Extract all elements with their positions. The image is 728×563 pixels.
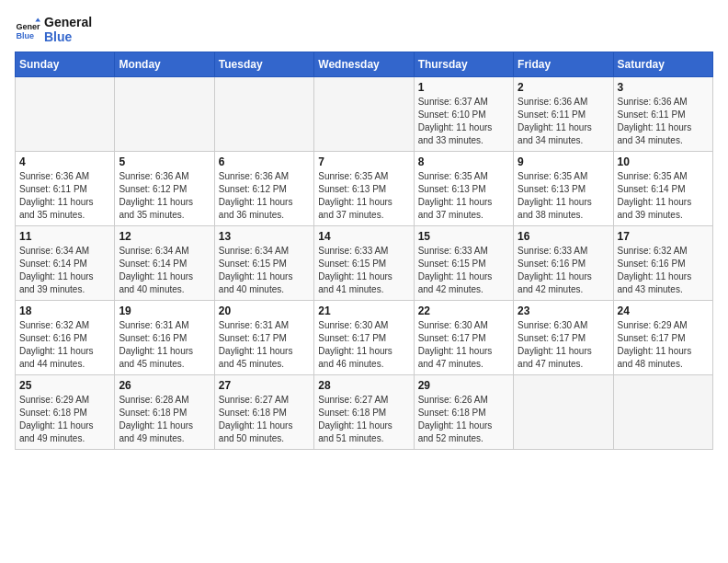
calendar-cell: 10Sunrise: 6:35 AM Sunset: 6:14 PM Dayli… [613, 152, 712, 226]
calendar-week: 18Sunrise: 6:32 AM Sunset: 6:16 PM Dayli… [16, 301, 713, 375]
calendar-cell: 6Sunrise: 6:36 AM Sunset: 6:12 PM Daylig… [214, 152, 313, 226]
day-number: 6 [219, 155, 310, 168]
day-info: Sunrise: 6:37 AM Sunset: 6:10 PM Dayligh… [418, 96, 509, 147]
calendar-cell: 17Sunrise: 6:32 AM Sunset: 6:16 PM Dayli… [613, 226, 712, 301]
day-info: Sunrise: 6:34 AM Sunset: 6:15 PM Dayligh… [219, 245, 310, 296]
day-number: 27 [219, 379, 310, 392]
calendar-cell: 21Sunrise: 6:30 AM Sunset: 6:17 PM Dayli… [314, 301, 414, 375]
weekday-header: Thursday [414, 52, 513, 77]
calendar-cell: 24Sunrise: 6:29 AM Sunset: 6:17 PM Dayli… [613, 301, 712, 375]
day-info: Sunrise: 6:36 AM Sunset: 6:11 PM Dayligh… [19, 170, 110, 222]
day-number: 12 [119, 230, 210, 243]
day-info: Sunrise: 6:30 AM Sunset: 6:17 PM Dayligh… [418, 319, 509, 371]
day-number: 2 [518, 81, 609, 94]
calendar-cell: 26Sunrise: 6:28 AM Sunset: 6:18 PM Dayli… [115, 375, 214, 450]
calendar-cell [314, 77, 414, 152]
calendar-cell: 1Sunrise: 6:37 AM Sunset: 6:10 PM Daylig… [414, 77, 513, 152]
calendar-week: 25Sunrise: 6:29 AM Sunset: 6:18 PM Dayli… [16, 375, 713, 450]
calendar-cell [16, 77, 115, 152]
day-info: Sunrise: 6:35 AM Sunset: 6:13 PM Dayligh… [518, 170, 609, 222]
calendar-cell: 15Sunrise: 6:33 AM Sunset: 6:15 PM Dayli… [414, 226, 513, 301]
day-info: Sunrise: 6:35 AM Sunset: 6:14 PM Dayligh… [618, 170, 709, 222]
calendar-cell: 9Sunrise: 6:35 AM Sunset: 6:13 PM Daylig… [514, 152, 613, 226]
weekday-header: Sunday [16, 52, 115, 77]
day-number: 29 [418, 379, 509, 392]
day-info: Sunrise: 6:32 AM Sunset: 6:16 PM Dayligh… [19, 319, 110, 371]
day-number: 18 [19, 304, 110, 317]
day-number: 4 [19, 155, 110, 168]
day-info: Sunrise: 6:27 AM Sunset: 6:18 PM Dayligh… [219, 394, 310, 445]
calendar-cell: 14Sunrise: 6:33 AM Sunset: 6:15 PM Dayli… [314, 226, 414, 301]
calendar-cell: 25Sunrise: 6:29 AM Sunset: 6:18 PM Dayli… [16, 375, 115, 450]
calendar-cell [115, 77, 214, 152]
calendar-cell: 2Sunrise: 6:36 AM Sunset: 6:11 PM Daylig… [514, 77, 613, 152]
calendar-cell: 20Sunrise: 6:31 AM Sunset: 6:17 PM Dayli… [214, 301, 313, 375]
day-info: Sunrise: 6:33 AM Sunset: 6:16 PM Dayligh… [518, 245, 609, 296]
day-number: 16 [518, 230, 609, 243]
day-info: Sunrise: 6:35 AM Sunset: 6:13 PM Dayligh… [318, 170, 409, 222]
calendar-cell: 4Sunrise: 6:36 AM Sunset: 6:11 PM Daylig… [16, 152, 115, 226]
weekday-header: Monday [115, 52, 214, 77]
calendar-cell: 8Sunrise: 6:35 AM Sunset: 6:13 PM Daylig… [414, 152, 513, 226]
calendar-week: 11Sunrise: 6:34 AM Sunset: 6:14 PM Dayli… [16, 226, 713, 301]
svg-marker-2 [35, 17, 40, 21]
calendar-cell: 23Sunrise: 6:30 AM Sunset: 6:17 PM Dayli… [514, 301, 613, 375]
calendar-cell: 16Sunrise: 6:33 AM Sunset: 6:16 PM Dayli… [514, 226, 613, 301]
calendar-week: 1Sunrise: 6:37 AM Sunset: 6:10 PM Daylig… [16, 77, 713, 152]
day-number: 7 [318, 155, 409, 168]
calendar-cell: 13Sunrise: 6:34 AM Sunset: 6:15 PM Dayli… [214, 226, 313, 301]
day-info: Sunrise: 6:34 AM Sunset: 6:14 PM Dayligh… [19, 245, 110, 296]
day-number: 19 [119, 304, 210, 317]
day-number: 28 [318, 379, 409, 392]
weekday-header: Saturday [613, 52, 712, 77]
day-number: 23 [518, 304, 609, 317]
calendar-header: SundayMondayTuesdayWednesdayThursdayFrid… [16, 52, 713, 77]
day-info: Sunrise: 6:30 AM Sunset: 6:17 PM Dayligh… [318, 319, 409, 371]
svg-text:General: General [16, 22, 40, 31]
logo: General Blue General Blue [15, 15, 92, 44]
day-number: 1 [418, 81, 509, 94]
calendar-cell: 5Sunrise: 6:36 AM Sunset: 6:12 PM Daylig… [115, 152, 214, 226]
day-info: Sunrise: 6:34 AM Sunset: 6:14 PM Dayligh… [119, 245, 210, 296]
day-number: 13 [219, 230, 310, 243]
day-info: Sunrise: 6:33 AM Sunset: 6:15 PM Dayligh… [418, 245, 509, 296]
calendar-cell: 12Sunrise: 6:34 AM Sunset: 6:14 PM Dayli… [115, 226, 214, 301]
calendar-cell: 18Sunrise: 6:32 AM Sunset: 6:16 PM Dayli… [16, 301, 115, 375]
calendar-table: SundayMondayTuesdayWednesdayThursdayFrid… [15, 52, 713, 450]
svg-text:Blue: Blue [16, 31, 34, 40]
calendar-cell [214, 77, 313, 152]
logo-line1: General [44, 15, 92, 29]
calendar-cell: 19Sunrise: 6:31 AM Sunset: 6:16 PM Dayli… [115, 301, 214, 375]
calendar-cell [613, 375, 712, 450]
day-number: 22 [418, 304, 509, 317]
day-number: 10 [618, 155, 709, 168]
weekday-header: Wednesday [314, 52, 414, 77]
calendar-cell: 27Sunrise: 6:27 AM Sunset: 6:18 PM Dayli… [214, 375, 313, 450]
weekday-header: Tuesday [214, 52, 313, 77]
calendar-cell: 7Sunrise: 6:35 AM Sunset: 6:13 PM Daylig… [314, 152, 414, 226]
day-number: 14 [318, 230, 409, 243]
day-info: Sunrise: 6:36 AM Sunset: 6:12 PM Dayligh… [219, 170, 310, 222]
calendar-cell: 22Sunrise: 6:30 AM Sunset: 6:17 PM Dayli… [414, 301, 513, 375]
day-info: Sunrise: 6:36 AM Sunset: 6:11 PM Dayligh… [618, 96, 709, 147]
day-info: Sunrise: 6:36 AM Sunset: 6:11 PM Dayligh… [518, 96, 609, 147]
logo-icon: General Blue [15, 17, 40, 42]
day-info: Sunrise: 6:29 AM Sunset: 6:17 PM Dayligh… [618, 319, 709, 371]
day-number: 24 [618, 304, 709, 317]
day-number: 3 [618, 81, 709, 94]
page-header: General Blue General Blue [15, 15, 713, 44]
day-number: 21 [318, 304, 409, 317]
day-number: 25 [19, 379, 110, 392]
day-info: Sunrise: 6:31 AM Sunset: 6:16 PM Dayligh… [119, 319, 210, 371]
calendar-cell [514, 375, 613, 450]
day-info: Sunrise: 6:33 AM Sunset: 6:15 PM Dayligh… [318, 245, 409, 296]
day-number: 20 [219, 304, 310, 317]
day-number: 26 [119, 379, 210, 392]
calendar-cell: 11Sunrise: 6:34 AM Sunset: 6:14 PM Dayli… [16, 226, 115, 301]
calendar-cell: 29Sunrise: 6:26 AM Sunset: 6:18 PM Dayli… [414, 375, 513, 450]
day-info: Sunrise: 6:30 AM Sunset: 6:17 PM Dayligh… [518, 319, 609, 371]
day-info: Sunrise: 6:35 AM Sunset: 6:13 PM Dayligh… [418, 170, 509, 222]
day-number: 8 [418, 155, 509, 168]
day-number: 15 [418, 230, 509, 243]
day-info: Sunrise: 6:31 AM Sunset: 6:17 PM Dayligh… [219, 319, 310, 371]
